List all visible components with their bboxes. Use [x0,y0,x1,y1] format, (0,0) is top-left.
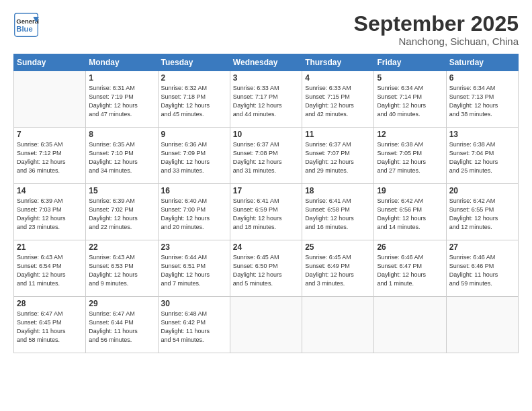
table-row: 28Sunrise: 6:47 AM Sunset: 6:45 PM Dayli… [14,297,86,353]
day-info: Sunrise: 6:41 AM Sunset: 6:58 PM Dayligh… [305,197,371,232]
day-number: 27 [449,242,515,252]
table-row: 22Sunrise: 6:43 AM Sunset: 6:53 PM Dayli… [86,240,158,297]
day-number: 25 [305,242,371,252]
day-info: Sunrise: 6:46 AM Sunset: 6:47 PM Dayligh… [377,253,443,288]
day-number: 18 [305,186,371,195]
day-header-monday: Monday [86,54,158,71]
day-info: Sunrise: 6:31 AM Sunset: 7:19 PM Dayligh… [89,84,154,119]
table-row: 30Sunrise: 6:48 AM Sunset: 6:42 PM Dayli… [158,297,230,353]
location: Nanchong, Sichuan, China [354,36,519,47]
table-row: 2Sunrise: 6:32 AM Sunset: 7:18 PM Daylig… [158,71,230,128]
table-row: 9Sunrise: 6:36 AM Sunset: 7:09 PM Daylig… [158,128,230,184]
day-number: 19 [377,186,443,195]
table-row: 14Sunrise: 6:39 AM Sunset: 7:03 PM Dayli… [14,184,86,240]
table-row: 8Sunrise: 6:35 AM Sunset: 7:10 PM Daylig… [86,128,158,184]
day-number: 5 [377,73,443,83]
day-number: 9 [161,130,227,139]
day-info: Sunrise: 6:37 AM Sunset: 7:08 PM Dayligh… [233,140,299,175]
table-row: 6Sunrise: 6:34 AM Sunset: 7:13 PM Daylig… [446,71,518,128]
table-row: 18Sunrise: 6:41 AM Sunset: 6:58 PM Dayli… [302,184,374,240]
logo-icon: General Blue [13,12,39,38]
table-row: 25Sunrise: 6:45 AM Sunset: 6:49 PM Dayli… [302,240,374,297]
month-title: September 2025 [354,12,519,36]
day-number: 29 [89,299,154,308]
table-row: 16Sunrise: 6:40 AM Sunset: 7:00 PM Dayli… [158,184,230,240]
day-number: 20 [449,186,515,195]
day-number: 26 [377,242,443,252]
day-header-thursday: Thursday [302,54,374,71]
calendar: SundayMondayTuesdayWednesdayThursdayFrid… [13,54,519,353]
table-row [374,297,446,353]
table-row: 15Sunrise: 6:39 AM Sunset: 7:02 PM Dayli… [86,184,158,240]
day-info: Sunrise: 6:41 AM Sunset: 6:59 PM Dayligh… [233,197,299,232]
day-info: Sunrise: 6:42 AM Sunset: 6:55 PM Dayligh… [449,197,515,232]
table-row: 27Sunrise: 6:46 AM Sunset: 6:46 PM Dayli… [446,240,518,297]
table-row [230,297,302,353]
day-number: 2 [161,73,227,83]
table-row: 19Sunrise: 6:42 AM Sunset: 6:56 PM Dayli… [374,184,446,240]
table-row: 5Sunrise: 6:34 AM Sunset: 7:14 PM Daylig… [374,71,446,128]
day-number: 16 [161,186,227,195]
table-row: 13Sunrise: 6:38 AM Sunset: 7:04 PM Dayli… [446,128,518,184]
table-row: 1Sunrise: 6:31 AM Sunset: 7:19 PM Daylig… [86,71,158,128]
day-info: Sunrise: 6:34 AM Sunset: 7:13 PM Dayligh… [449,84,515,119]
svg-text:Blue: Blue [16,25,32,33]
day-number: 8 [89,130,154,139]
day-header-saturday: Saturday [446,54,518,71]
day-info: Sunrise: 6:33 AM Sunset: 7:15 PM Dayligh… [305,84,371,119]
table-row: 12Sunrise: 6:38 AM Sunset: 7:05 PM Dayli… [374,128,446,184]
table-row: 23Sunrise: 6:44 AM Sunset: 6:51 PM Dayli… [158,240,230,297]
day-number: 10 [233,130,299,139]
day-number: 3 [233,73,299,83]
day-info: Sunrise: 6:44 AM Sunset: 6:51 PM Dayligh… [161,253,227,288]
day-number: 21 [17,242,83,252]
day-info: Sunrise: 6:45 AM Sunset: 6:49 PM Dayligh… [305,253,371,288]
table-row: 17Sunrise: 6:41 AM Sunset: 6:59 PM Dayli… [230,184,302,240]
day-number: 22 [89,242,154,252]
day-info: Sunrise: 6:38 AM Sunset: 7:05 PM Dayligh… [377,140,443,175]
day-header-sunday: Sunday [14,54,86,71]
day-info: Sunrise: 6:46 AM Sunset: 6:46 PM Dayligh… [449,253,515,288]
day-info: Sunrise: 6:47 AM Sunset: 6:44 PM Dayligh… [89,310,154,345]
day-number: 12 [377,130,443,139]
day-info: Sunrise: 6:40 AM Sunset: 7:00 PM Dayligh… [161,197,227,232]
day-number: 28 [17,299,83,308]
table-row: 7Sunrise: 6:35 AM Sunset: 7:12 PM Daylig… [14,128,86,184]
table-row: 3Sunrise: 6:33 AM Sunset: 7:17 PM Daylig… [230,71,302,128]
day-info: Sunrise: 6:42 AM Sunset: 6:56 PM Dayligh… [377,197,443,232]
day-header-wednesday: Wednesday [230,54,302,71]
table-row: 4Sunrise: 6:33 AM Sunset: 7:15 PM Daylig… [302,71,374,128]
table-row: 24Sunrise: 6:45 AM Sunset: 6:50 PM Dayli… [230,240,302,297]
table-row: 20Sunrise: 6:42 AM Sunset: 6:55 PM Dayli… [446,184,518,240]
table-row: 21Sunrise: 6:43 AM Sunset: 6:54 PM Dayli… [14,240,86,297]
day-info: Sunrise: 6:45 AM Sunset: 6:50 PM Dayligh… [233,253,299,288]
day-number: 4 [305,73,371,83]
day-info: Sunrise: 6:43 AM Sunset: 6:54 PM Dayligh… [17,253,83,288]
title-block: September 2025 Nanchong, Sichuan, China [354,12,519,47]
day-info: Sunrise: 6:43 AM Sunset: 6:53 PM Dayligh… [89,253,154,288]
day-number: 6 [449,73,515,83]
day-number: 30 [161,299,227,308]
day-info: Sunrise: 6:38 AM Sunset: 7:04 PM Dayligh… [449,140,515,175]
table-row: 10Sunrise: 6:37 AM Sunset: 7:08 PM Dayli… [230,128,302,184]
day-info: Sunrise: 6:34 AM Sunset: 7:14 PM Dayligh… [377,84,443,119]
day-info: Sunrise: 6:35 AM Sunset: 7:10 PM Dayligh… [89,140,154,175]
table-row: 26Sunrise: 6:46 AM Sunset: 6:47 PM Dayli… [374,240,446,297]
day-number: 15 [89,186,154,195]
day-info: Sunrise: 6:39 AM Sunset: 7:02 PM Dayligh… [89,197,154,232]
day-header-friday: Friday [374,54,446,71]
table-row: 11Sunrise: 6:37 AM Sunset: 7:07 PM Dayli… [302,128,374,184]
day-number: 24 [233,242,299,252]
day-number: 17 [233,186,299,195]
day-info: Sunrise: 6:35 AM Sunset: 7:12 PM Dayligh… [17,140,83,175]
day-number: 13 [449,130,515,139]
day-info: Sunrise: 6:33 AM Sunset: 7:17 PM Dayligh… [233,84,299,119]
table-row [14,71,86,128]
table-row: 29Sunrise: 6:47 AM Sunset: 6:44 PM Dayli… [86,297,158,353]
table-row [446,297,518,353]
day-info: Sunrise: 6:37 AM Sunset: 7:07 PM Dayligh… [305,140,371,175]
day-info: Sunrise: 6:36 AM Sunset: 7:09 PM Dayligh… [161,140,227,175]
day-header-tuesday: Tuesday [158,54,230,71]
day-info: Sunrise: 6:48 AM Sunset: 6:42 PM Dayligh… [161,310,227,345]
day-number: 7 [17,130,83,139]
